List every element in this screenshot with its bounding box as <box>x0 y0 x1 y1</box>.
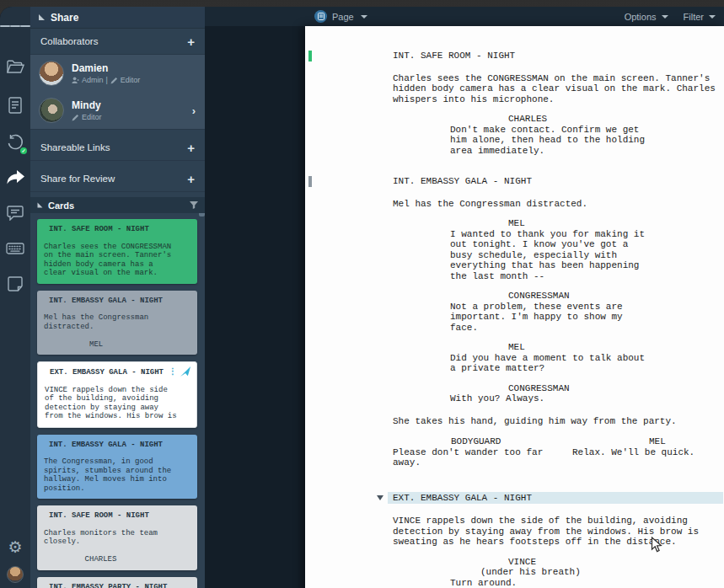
page-view-dropdown[interactable]: Page <box>314 10 367 23</box>
cards-section-header[interactable]: Cards <box>30 197 205 213</box>
scene-card[interactable]: INT. SAFE ROOM - NIGHT Charles monitors … <box>37 505 197 570</box>
pencil-icon <box>110 77 118 84</box>
character-name[interactable]: CHARLES <box>508 114 724 125</box>
saved-check-icon: ✓ <box>20 147 27 154</box>
collapse-triangle-icon <box>39 14 45 20</box>
keyboard-icon[interactable] <box>0 236 30 261</box>
editor-area: Page Options Filter INT. SAFE ROOM - NIG… <box>205 7 724 588</box>
cards-list: INT. SAFE ROOM - NIGHT Charles sees the … <box>30 213 205 588</box>
chevron-down-icon <box>361 15 367 19</box>
collaborator-roles: Editor <box>72 113 102 121</box>
chevron-down-icon <box>662 15 668 19</box>
dialogue[interactable]: Did you have a moment to talk about a pr… <box>450 353 661 374</box>
shareable-links-row[interactable]: Shareable Links + <box>30 135 205 161</box>
filter-funnel-icon[interactable] <box>190 201 198 209</box>
options-label: Options <box>625 12 657 22</box>
comment-icon[interactable] <box>0 200 30 226</box>
scene-card[interactable]: INT. EMBASSY GALA - NIGHT The Congressma… <box>37 435 197 500</box>
action-line[interactable]: She takes his hand, guiding him way from… <box>393 416 723 427</box>
character-name[interactable]: BODYGUARD <box>451 436 572 447</box>
page-badge-icon <box>314 10 327 23</box>
person-icon <box>72 77 79 84</box>
action-line[interactable]: Mel has the Congressman distracted. <box>393 199 723 210</box>
cards-scrollbar[interactable] <box>199 213 205 216</box>
action-line[interactable]: Charles sees the CONGRESSMAN on the main… <box>393 73 723 105</box>
collaborator-mindy[interactable]: Mindy Editor › <box>30 92 205 129</box>
collaborator-name: Damien <box>72 62 140 74</box>
scene-card[interactable]: INT. EMBASSY GALA - NIGHT Mel has the Co… <box>37 291 197 355</box>
add-collaborator-button[interactable]: + <box>187 35 195 49</box>
parenthetical[interactable]: (under his breath) <box>480 567 724 578</box>
scene-collapse-triangle-icon[interactable] <box>377 495 383 500</box>
add-shareable-link-button[interactable]: + <box>187 141 195 155</box>
share-for-review-row[interactable]: Share for Review + <box>30 166 205 192</box>
script-content: INT. SAFE ROOM - NIGHT Charles sees the … <box>305 26 724 588</box>
history-icon[interactable]: ✓ <box>0 130 30 155</box>
scene-heading[interactable]: INT. SAFE ROOM - NIGHT <box>393 51 724 61</box>
dialogue[interactable]: With you? Always. <box>450 393 661 404</box>
share-panel-title: Share <box>51 12 78 24</box>
mindy-avatar <box>39 98 64 123</box>
scene-color-marker <box>308 51 312 61</box>
collaborators-row[interactable]: Collaborators + <box>30 29 205 55</box>
shareable-links-label: Shareable Links <box>40 142 110 152</box>
scene-card[interactable]: INT. SAFE ROOM - NIGHT Charles sees the … <box>37 219 197 284</box>
document-icon[interactable] <box>0 93 30 118</box>
scene-heading[interactable]: INT. EMBASSY GALA - NIGHT <box>393 176 724 187</box>
share-icon-active[interactable] <box>0 165 30 190</box>
dialogue[interactable]: Not a problem, these events are importan… <box>450 302 661 334</box>
dual-dialogue[interactable]: BODYGUARD Please don't wander too far aw… <box>393 436 724 468</box>
add-review-share-button[interactable]: + <box>187 172 195 186</box>
settings-gear-icon[interactable]: ⚙ <box>0 534 30 559</box>
action-line[interactable]: VINCE rappels down the side of the build… <box>393 516 723 548</box>
pencil-icon <box>72 114 79 121</box>
app-window: ✓ ⚙ Share Collaborators + <box>0 7 724 588</box>
folder-icon[interactable] <box>0 54 30 79</box>
share-panel-header[interactable]: Share <box>30 7 205 29</box>
chevron-right-icon[interactable]: › <box>192 104 196 117</box>
dialogue[interactable]: Relax. We'll be quick. <box>572 447 695 458</box>
filter-label: Filter <box>684 12 704 22</box>
character-name[interactable]: VINCE <box>508 557 724 568</box>
editor-toolbar: Page Options Filter <box>205 7 724 26</box>
dialogue[interactable]: Turn around. <box>450 578 661 588</box>
menu-icon[interactable] <box>0 13 30 39</box>
scene-heading-highlighted[interactable]: EXT. EMBASSY GALA - NIGHT <box>393 492 724 505</box>
options-dropdown[interactable]: Options <box>625 12 668 22</box>
scene-color-marker <box>308 176 312 187</box>
collaborator-roles: Admin | Editor <box>72 76 140 84</box>
script-page: INT. SAFE ROOM - NIGHT Charles sees the … <box>305 26 724 588</box>
character-name[interactable]: MEL <box>508 342 724 353</box>
share-panel: Share Collaborators + Damien Admin | Edi… <box>30 7 205 588</box>
collaborator-list: Damien Admin | Editor Mindy E <box>30 55 205 130</box>
chevron-down-icon <box>709 15 716 19</box>
damien-avatar <box>39 61 64 86</box>
share-for-review-label: Share for Review <box>40 174 115 184</box>
collaborator-damien[interactable]: Damien Admin | Editor <box>30 55 205 92</box>
collaborators-label: Collaborators <box>40 36 98 46</box>
jump-to-scene-icon[interactable] <box>180 366 191 377</box>
character-name[interactable]: MEL <box>649 436 695 447</box>
scene-card[interactable]: INT. EMBASSY PARTY - NIGHT The silence i… <box>37 577 197 588</box>
dialogue[interactable]: I wanted to thank you for making it out … <box>450 229 661 282</box>
collapse-triangle-icon <box>38 203 43 208</box>
dialogue[interactable]: Please don't wander too far away. <box>393 447 572 468</box>
scene-card-selected[interactable]: ⋮ EXT. EMBASSY GALA - NIGHT VINCE rappel… <box>37 361 197 428</box>
collaborator-name: Mindy <box>72 99 102 111</box>
user-avatar[interactable] <box>7 566 24 583</box>
dialogue[interactable]: Don't make contact. Confirm we get him a… <box>450 125 661 157</box>
character-name[interactable]: MEL <box>508 218 724 229</box>
character-name[interactable]: CONGRESSMAN <box>508 291 724 302</box>
character-name[interactable]: CONGRESSMAN <box>508 383 724 394</box>
cards-title: Cards <box>48 200 74 211</box>
card-menu-dots-icon[interactable]: ⋮ <box>169 368 177 377</box>
icon-rail: ✓ ⚙ <box>0 7 30 588</box>
filter-dropdown[interactable]: Filter <box>684 12 716 22</box>
note-icon[interactable] <box>0 271 30 297</box>
page-dropdown-label: Page <box>332 12 354 22</box>
